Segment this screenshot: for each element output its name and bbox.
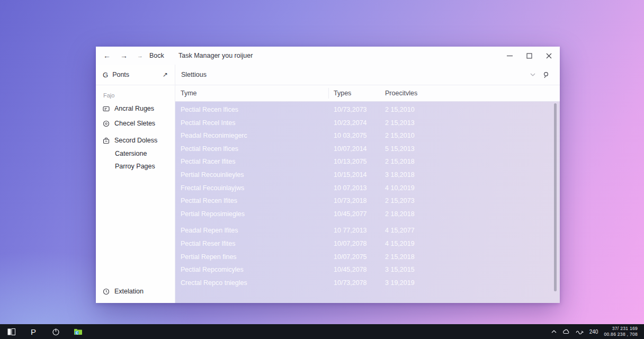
search-bar[interactable]: Slettious: [175, 65, 560, 85]
row-proc: 2 15,2010: [385, 106, 415, 113]
row-type: 10/07,2014: [334, 145, 367, 153]
row-name: Peadal Reconimiegerc: [181, 132, 247, 139]
table-row[interactable]: Pectial Racer lfites 10/13,2075 2 15,201…: [175, 156, 560, 169]
file-explorer-button[interactable]: [73, 327, 83, 336]
table-header: Tyme Types Proecitvles: [175, 85, 560, 102]
row-proc: 5 15,2013: [385, 145, 415, 153]
main-panel: Slettious Tyme Types Proecitvles Pectial…: [175, 65, 560, 303]
sidebar-subitem-catersione[interactable]: Catersione: [96, 147, 175, 160]
row-type: 10/73,2073: [334, 106, 367, 113]
sidebar-item-label: Extelation: [114, 288, 144, 295]
column-header-types[interactable]: Types: [334, 90, 351, 97]
cloud-icon[interactable]: [562, 329, 570, 334]
row-name: Peadal Repen lfites: [181, 227, 238, 234]
activity-icon[interactable]: [576, 329, 584, 334]
back-label[interactable]: Bock: [149, 52, 164, 59]
minimize-button[interactable]: [506, 52, 513, 59]
row-type: 10 07,2013: [334, 184, 367, 192]
sidebar-item-label: Ancral Ruges: [114, 105, 154, 112]
row-proc: 4 15,2019: [385, 240, 415, 247]
taskbar-tray: 240 37/ 231 169 00.86 238 , 708: [551, 326, 638, 337]
window-body: G Ponts ↗ Fajo Ancral Ruges Checel Slete…: [96, 65, 560, 303]
row-type: 10/73,2078: [334, 279, 367, 287]
table-row[interactable]: Pectial Repcomicyles 10/45,2078 3 15,201…: [175, 264, 560, 277]
row-type: 10/15,2014: [334, 171, 367, 179]
vertical-scrollbar[interactable]: [554, 103, 557, 291]
sidebar-item-ancral-ruges[interactable]: Ancral Ruges: [96, 102, 175, 115]
row-name: Pertial Recouinlieyles: [181, 171, 244, 179]
table-row[interactable]: Pecttal Recen lfites 10/73,2018 2 15,207…: [175, 195, 560, 208]
taskbar-app-p[interactable]: P: [29, 327, 38, 336]
start-icon: [7, 328, 15, 335]
row-name: Crectal Repco tniegles: [181, 279, 247, 287]
table-row[interactable]: Peadal Repen lfites 10 77,2013 4 15,2077: [175, 225, 560, 238]
g-icon: G: [103, 71, 108, 79]
row-proc: 3 18,2018: [385, 171, 415, 179]
file-explorer-icon: [74, 328, 83, 336]
row-proc: 4 15,2077: [385, 227, 415, 234]
row-name: Pectial Repcomicyles: [181, 266, 244, 273]
tray-value[interactable]: 240: [589, 329, 598, 335]
table-row[interactable]: Pectial Recen lfices 10/73,2073 2 15,201…: [175, 104, 560, 117]
chevron-up-icon[interactable]: [551, 330, 557, 333]
window-title: Task Manager you roijuer: [178, 52, 253, 59]
table-row[interactable]: Pectial Recel Intes 10/23,2074 2 15,2013: [175, 117, 560, 130]
taskbar-clock[interactable]: 37/ 231 169 00.86 238 , 708: [604, 326, 638, 337]
jump-arrow-icon[interactable]: →: [137, 52, 143, 59]
table-row[interactable]: Pertial Reposimiegles 10/45,2077 2 18,20…: [175, 208, 560, 221]
row-proc: 4 10,2019: [385, 184, 415, 192]
row-proc: 2 15,2018: [385, 253, 415, 261]
clock-line-2: 00.86 238 , 708: [604, 332, 638, 337]
table-body: Pectial Recen lfices 10/73,2073 2 15,201…: [175, 102, 560, 290]
table-row[interactable]: Frectal Fecouinlayjws 10 07,2013 4 10,20…: [175, 182, 560, 195]
table-row[interactable]: Peadal Reconimiegerc 10 03,2075 2 15,201…: [175, 130, 560, 143]
table-container: Pectial Recen lfices 10/73,2073 2 15,201…: [175, 102, 560, 303]
sidebar-item-secord-doless[interactable]: Secord Doless: [96, 133, 175, 147]
table-row[interactable]: Crectal Repco tniegles 10/73,2078 3 19,2…: [175, 277, 560, 290]
forward-icon[interactable]: →: [120, 51, 128, 60]
table-row[interactable]: Pertial Repen fines 10/07,2075 2 15,2018: [175, 251, 560, 264]
briefcase-icon: [103, 137, 110, 144]
column-header-tyme[interactable]: Tyme: [181, 90, 197, 97]
table-row[interactable]: Pectial Reser lfites 10/07,2078 4 15,201…: [175, 238, 560, 251]
sidebar-item-label: Secord Doless: [114, 137, 157, 144]
row-type: 10/23,2074: [334, 119, 367, 127]
power-button[interactable]: [51, 327, 60, 336]
sidebar-section-label: Fajo: [96, 85, 175, 101]
row-proc: 3 15,2015: [385, 266, 415, 273]
sidebar: G Ponts ↗ Fajo Ancral Ruges Checel Slete…: [96, 65, 175, 303]
maximize-button[interactable]: [526, 52, 533, 59]
window-controls: [506, 52, 552, 59]
row-proc: 2 18,2018: [385, 210, 415, 218]
row-proc: 2 15,2073: [385, 197, 415, 204]
power-icon: [52, 328, 60, 336]
back-icon[interactable]: ←: [103, 51, 111, 60]
taskbar-left: P: [6, 327, 83, 336]
sidebar-subitem-parroy-pages[interactable]: Parroy Pages: [96, 160, 175, 173]
sidebar-item-ponts[interactable]: G Ponts ↗: [96, 65, 175, 85]
row-name: Pectial Recen lfices: [181, 106, 238, 113]
close-button[interactable]: [545, 52, 552, 59]
search-input-value[interactable]: Slettious: [181, 71, 207, 78]
column-header-proecitvles[interactable]: Proecitvles: [385, 90, 417, 97]
sidebar-item-label: Checel Sletes: [114, 120, 155, 127]
table-row[interactable]: Pertial Recouinlieyles 10/15,2014 3 18,2…: [175, 169, 560, 182]
search-icon[interactable]: [543, 72, 550, 78]
row-type: 10/07,2078: [334, 240, 367, 247]
row-name: Pectial Recen lfices: [181, 145, 238, 153]
row-name: Pertial Repen fines: [181, 253, 237, 261]
start-button[interactable]: [6, 327, 16, 336]
sidebar-item-checel-sletes[interactable]: Checel Sletes: [96, 117, 175, 130]
external-link-icon[interactable]: ↗: [163, 71, 168, 78]
clock-icon: [103, 288, 110, 295]
chevron-down-icon[interactable]: [530, 73, 535, 76]
taskbar: P 240 37/ 231 169 00.86 238 , 708: [0, 324, 644, 339]
titlebar: ← → → Bock Task Manager you roijuer: [96, 47, 560, 65]
sidebar-item-extelation[interactable]: Extelation: [96, 282, 175, 303]
row-type: 10/45,2077: [334, 210, 367, 218]
row-proc: 2 15,2010: [385, 132, 415, 139]
table-row[interactable]: Pectial Recen lfices 10/07,2014 5 15,201…: [175, 143, 560, 156]
row-type: 10/13,2075: [334, 158, 367, 165]
row-type: 10 77,2013: [334, 227, 367, 234]
pages-icon: [103, 105, 110, 112]
